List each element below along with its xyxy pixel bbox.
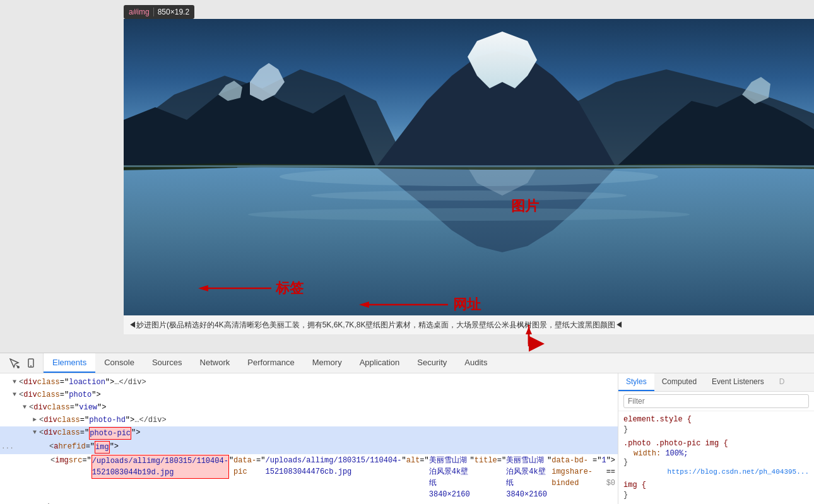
dom-line-img[interactable]: <img src="/uploads/allimg/180315/110404-… [0, 454, 606, 501]
style-rule-img: img { } [623, 481, 809, 500]
website-text-strip: ◀妙进图片(极品精选好的4K高清清晰彩色美丽工装，拥有5K,6K,7K,8K壁纸… [124, 315, 814, 334]
tab-computed[interactable]: Computed [654, 373, 704, 391]
styles-filter-input[interactable] [623, 394, 809, 408]
tooltip-separator [153, 8, 154, 16]
webpage-content: ◀妙进图片(极品精选好的4K高清清晰彩色美丽工装，拥有5K,6K,7K,8K壁纸… [124, 19, 814, 334]
tab-security[interactable]: Security [408, 353, 456, 373]
tab-elements[interactable]: Elements [44, 353, 95, 373]
tab-audits[interactable]: Audits [456, 353, 496, 373]
inspector-icon[interactable] [8, 356, 21, 370]
dom-line[interactable]: ▼ <div class="view"> [0, 401, 618, 414]
tab-event-listeners[interactable]: Event Listeners [704, 373, 772, 391]
tab-console[interactable]: Console [95, 353, 143, 373]
svg-point-3 [311, 190, 627, 201]
dom-line-href[interactable]: <a href id="img"> [0, 440, 618, 454]
dom-expander[interactable]: ▼ [20, 402, 29, 413]
dom-line[interactable]: ▼ <div class="loaction"> …</div> [0, 376, 618, 389]
devtools-tabs: Elements Console Sources Network Perform… [44, 353, 814, 373]
dom-expander[interactable]: ► [30, 414, 39, 426]
style-rule-photo-pic: .photo .photo-pic img { width: 100%; } h… [623, 439, 809, 476]
styles-panel: Styles Computed Event Listeners D elemen… [618, 373, 814, 504]
style-rule-element: element.style { } [623, 415, 809, 434]
tab-application[interactable]: Application [351, 353, 409, 373]
dom-expander[interactable]: ▼ [30, 427, 39, 438]
browser-area: a#img 850×19.2 [0, 0, 814, 353]
dom-expander[interactable]: ▼ [10, 389, 19, 401]
devtools-body: ... ▼ <div class="loaction"> …</div> ▼ <… [0, 373, 814, 504]
tooltip-dimensions: 850×19.2 [158, 8, 189, 16]
tab-styles[interactable]: Styles [618, 373, 654, 391]
styles-filter [618, 392, 814, 411]
webpage-left-sidebar [0, 19, 124, 334]
tab-network[interactable]: Network [191, 353, 239, 373]
dom-line-close-a[interactable]: </a> [0, 501, 618, 504]
tooltip-tag: a#img [129, 8, 150, 16]
styles-panel-tabs: Styles Computed Event Listeners D [618, 373, 814, 392]
tab-sources[interactable]: Sources [143, 353, 191, 373]
svg-point-2 [280, 167, 658, 186]
devtools-icons [3, 353, 44, 373]
tab-memory[interactable]: Memory [304, 353, 351, 373]
styles-content: element.style { } .photo .photo-pic img … [618, 411, 814, 504]
devtools-toolbar: Elements Console Sources Network Perform… [0, 353, 814, 373]
mountain-image [124, 19, 814, 315]
dom-line-selected[interactable]: ▼ <div class="photo-pic"> [0, 426, 618, 440]
dom-panel: ... ▼ <div class="loaction"> …</div> ▼ <… [0, 373, 618, 504]
dom-expander[interactable]: ▼ [10, 377, 19, 388]
svg-point-4 [248, 208, 690, 221]
svg-rect-5 [124, 165, 814, 167]
devtools-panel: Elements Console Sources Network Perform… [0, 353, 814, 504]
svg-line-14 [16, 365, 18, 367]
tab-d[interactable]: D [772, 373, 793, 391]
element-tooltip: a#img 850×19.2 [124, 5, 194, 19]
dom-ellipsis: ... [1, 443, 14, 450]
dom-line[interactable]: ► <div class="photo-hd"> …</div> [0, 414, 618, 426]
tab-performance[interactable]: Performance [239, 353, 303, 373]
dom-line[interactable]: ▼ <div class="photo"> [0, 389, 618, 401]
mobile-icon[interactable] [24, 356, 38, 370]
